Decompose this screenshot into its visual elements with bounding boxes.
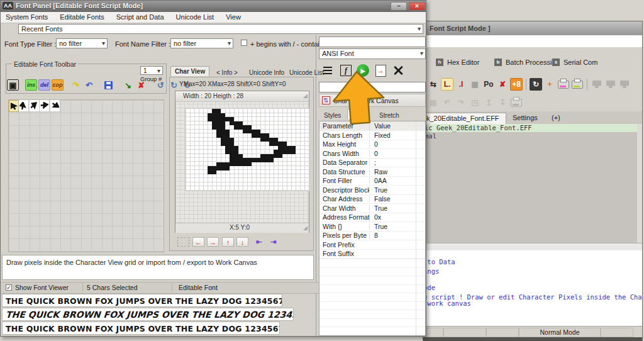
- recent-fonts-combo[interactable]: Recent Fonts ▾: [18, 24, 423, 34]
- kerning-icon[interactable]: ⇆: [427, 78, 440, 91]
- status-cell: [486, 328, 519, 337]
- char-cell[interactable]: [19, 100, 29, 112]
- char-cell[interactable]: [50, 100, 60, 112]
- file-tab-settings[interactable]: Settings: [508, 113, 543, 124]
- shift-right-button[interactable]: ⇥: [267, 237, 279, 247]
- right-panel-input[interactable]: [319, 36, 426, 47]
- menu-script-and-data[interactable]: Script and Data: [111, 12, 169, 23]
- begins-with-checkbox[interactable]: [241, 40, 247, 46]
- move-left-button[interactable]: ←: [192, 237, 204, 247]
- print-color-icon[interactable]: [571, 78, 584, 91]
- resize-grip-icon[interactable]: ◢: [303, 225, 308, 231]
- parameter-row[interactable]: Char AddressFalse: [319, 195, 425, 204]
- undo-blue-button[interactable]: ↶: [83, 79, 95, 91]
- redo-icon[interactable]: ↷: [455, 96, 467, 109]
- serial-com-icon: s: [552, 59, 560, 66]
- clear-red-button[interactable]: ✘: [135, 79, 147, 91]
- insert-button[interactable]: ins: [25, 79, 37, 91]
- font-name-filter-combo[interactable]: no filter ▾: [170, 38, 233, 48]
- group-number-combo[interactable]: 1 ▾: [140, 66, 163, 75]
- plus8-icon[interactable]: +8: [510, 78, 523, 91]
- delete-button[interactable]: del: [38, 79, 50, 91]
- delete-red-x-icon[interactable]: ✘: [496, 78, 509, 91]
- menu-editable-fonts[interactable]: Editable Fonts: [55, 12, 109, 23]
- menu-unicode-list[interactable]: Unicode List: [171, 12, 219, 23]
- selection-box-button[interactable]: [177, 237, 189, 247]
- rotate-left-button[interactable]: ↺: [155, 79, 167, 91]
- dot-i-icon[interactable]: .I: [455, 78, 467, 91]
- stamp-icon[interactable]: [618, 78, 631, 91]
- file-tab-add[interactable]: (+): [549, 113, 563, 124]
- stamp-icon[interactable]: [604, 78, 617, 91]
- save-button[interactable]: [103, 79, 114, 91]
- glyph-pixel: [247, 130, 252, 134]
- tab-unicode-info[interactable]: Unicode Info: [245, 67, 289, 77]
- stamp-icon[interactable]: [591, 78, 603, 91]
- tab-char-view[interactable]: Char View: [170, 66, 209, 76]
- undo-icon[interactable]: ↶: [441, 96, 453, 109]
- resize-grip-icon[interactable]: ◢: [303, 92, 308, 99]
- parameter-row[interactable]: Pixels per Byte8: [319, 232, 425, 241]
- file-tab-active[interactable]: k_20Editable_Font.EFF: [423, 113, 506, 124]
- move-right-button[interactable]: →: [207, 237, 219, 247]
- status-separator: [82, 283, 83, 291]
- parameter-row[interactable]: Chars LengthFixed: [319, 131, 425, 140]
- shift-up-icon[interactable]: ↥: [482, 96, 495, 109]
- parameter-row[interactable]: Data Separator;: [319, 159, 425, 168]
- preview-text: THE QUICK BROWN FOX JUMPS OVER THE LAZY …: [5, 310, 294, 320]
- lcd-dot-icon[interactable]: L.: [441, 78, 453, 91]
- box-dropdown-icon[interactable]: ◳: [469, 96, 481, 109]
- script-editor[interactable]: ic Geek_20Editable_Font.EFF mal: [423, 124, 642, 243]
- show-font-viewer-checkbox[interactable]: ✓: [6, 284, 12, 291]
- shift-left-button[interactable]: ⇤: [253, 237, 265, 247]
- tools-button[interactable]: [390, 62, 406, 79]
- po-icon[interactable]: Po: [482, 78, 495, 91]
- tab-info[interactable]: < Info >: [212, 67, 242, 77]
- grid-icon[interactable]: ▦: [469, 78, 481, 91]
- close-button[interactable]: ×: [409, 2, 425, 11]
- font-type-filter-combo[interactable]: no filter ▾: [56, 38, 108, 48]
- parameter-row[interactable]: Font Filler0AA: [319, 177, 425, 186]
- move-up-button[interactable]: ↑: [222, 237, 234, 247]
- font-preview-row: THE QUICK BROWN FOX JUMPS OVER THE LAZY …: [2, 294, 282, 307]
- parameter-row[interactable]: With {}True: [319, 222, 425, 232]
- sync-icon[interactable]: ↻: [530, 78, 542, 91]
- redo-yellow-button[interactable]: ↷: [70, 79, 82, 91]
- font-viewer-button[interactable]: ▣: [7, 79, 19, 91]
- parameter-row[interactable]: Char WidthTrue: [319, 204, 425, 213]
- copy-button[interactable]: cop: [52, 79, 64, 91]
- font-preview-row: THE QUICK BROWN FOX JUMPS OVER THE LAZY …: [2, 321, 280, 335]
- parameter-row[interactable]: Descriptor BlockTrue: [319, 186, 425, 195]
- parameter-row[interactable]: Max Height0: [319, 140, 425, 150]
- window-title: Font Panel [Editable Font Script Mode]: [16, 2, 143, 9]
- resize-canvas-icon[interactable]: +: [543, 78, 556, 91]
- printer-icon: [511, 99, 522, 107]
- parameter-value: True: [369, 223, 418, 230]
- char-cell[interactable]: [40, 100, 50, 112]
- char-selector-grid[interactable]: [8, 99, 164, 252]
- parameter-row[interactable]: Address Format0x: [319, 213, 425, 223]
- shift-down-icon[interactable]: ↧: [496, 96, 509, 109]
- file-tab-label: k_20Editable_Font.EFF: [426, 115, 499, 122]
- menu-view[interactable]: View: [221, 12, 246, 23]
- editor-scrollbar[interactable]: [637, 124, 642, 243]
- glyph-pixel: [278, 154, 282, 159]
- parameter-row[interactable]: Font Prefix: [319, 240, 425, 250]
- front-title-bar[interactable]: AA Font Panel [Editable Font Script Mode…: [1, 1, 426, 12]
- print-gray-icon[interactable]: [510, 96, 523, 109]
- minimize-button[interactable]: –: [391, 2, 407, 11]
- pixel-draw-grid[interactable]: [185, 108, 309, 191]
- move-down-button[interactable]: ↓: [236, 237, 248, 247]
- char-cell-selected[interactable]: [9, 100, 19, 112]
- menu-system-fonts[interactable]: System Fonts: [1, 12, 53, 23]
- parameter-row[interactable]: Data StructureRaw: [319, 167, 425, 177]
- parameter-row[interactable]: Font Suffix: [319, 250, 425, 259]
- page-icon[interactable]: ▤: [427, 96, 440, 109]
- back-title-bar[interactable]: Font Script Mode ]: [423, 21, 642, 36]
- char-cell[interactable]: [30, 100, 40, 112]
- print-pink-icon[interactable]: [557, 78, 570, 91]
- parameter-row[interactable]: Chars Width0: [319, 149, 425, 159]
- file-tab-bar: k_20Editable_Font.EFF Settings (+): [423, 111, 642, 125]
- font-format-combo[interactable]: ANSI Font ▾: [319, 48, 426, 59]
- import-grid-button[interactable]: ↘: [122, 79, 134, 91]
